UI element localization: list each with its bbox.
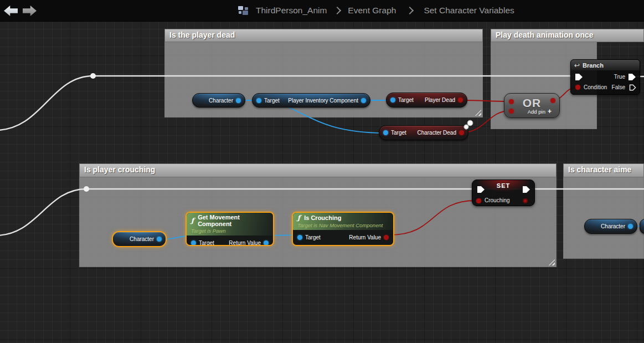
node-or[interactable]: OR Add pin + xyxy=(504,93,560,118)
pin-label-return-value: Return Value xyxy=(349,234,381,240)
output-pin-character[interactable] xyxy=(157,237,162,242)
node-branch[interactable]: ↩ Branch True Condition False xyxy=(570,59,640,95)
input-pin-target[interactable] xyxy=(191,240,196,245)
branch-condition-label: Condition xyxy=(584,84,607,90)
set-crouching-label: Crouching xyxy=(485,197,510,203)
output-pin-character[interactable] xyxy=(236,98,241,103)
node-variable-get-character-dead[interactable]: Target Character Dead xyxy=(379,125,468,140)
variable-label: Character xyxy=(130,236,154,242)
node-variable-get-player-inventory-component[interactable]: Target Player Inventory Component xyxy=(252,93,370,107)
comment-resize-handle[interactable] xyxy=(549,259,555,265)
breadcrumb-item-current[interactable]: Set Character Variables xyxy=(424,6,514,16)
forward-arrow-icon xyxy=(23,6,37,16)
node-variable-get-character-3[interactable]: Character xyxy=(584,219,637,234)
input-pin-target[interactable] xyxy=(297,235,302,240)
or-input-pin-a[interactable] xyxy=(509,99,514,104)
function-header: ƒ Get Movement Component Target is Pawn xyxy=(187,213,273,236)
comment-body-is-character-aiming[interactable] xyxy=(563,177,644,259)
forward-button[interactable] xyxy=(23,6,37,16)
chevron-right-icon xyxy=(333,7,341,14)
variable-label: Player Dead xyxy=(425,97,455,103)
branch-true-pin[interactable] xyxy=(628,74,636,80)
add-pin-label: Add pin xyxy=(528,109,545,115)
node-is-crouching[interactable]: ƒ Is Crouching Target is Nav Movement Co… xyxy=(292,212,394,246)
node-set-crouching[interactable]: SET Crouching xyxy=(472,180,535,206)
input-pin-target[interactable] xyxy=(256,98,261,103)
or-output-pin[interactable] xyxy=(550,98,555,103)
branch-exec-in-pin[interactable] xyxy=(575,74,583,80)
set-crouching-input-pin[interactable] xyxy=(476,198,481,203)
branch-title: Branch xyxy=(583,62,604,69)
reroute-node-top[interactable] xyxy=(90,73,96,79)
breadcrumb: ThirdPerson_Anim Event Graph Set Charact… xyxy=(238,0,514,21)
function-title: Is Crouching xyxy=(304,214,341,221)
branch-header: ↩ Branch xyxy=(571,60,640,70)
pin-label-target: Target xyxy=(391,130,406,136)
blueprint-graph-canvas[interactable]: Is the player dead Play death animation … xyxy=(0,21,644,343)
mouse-cursor-icon xyxy=(463,120,475,131)
set-crouching-output-pin[interactable] xyxy=(523,198,528,203)
pin-label-return-value: Return Value xyxy=(229,240,261,246)
branch-icon: ↩ xyxy=(574,62,580,69)
function-subtitle: Target is Nav Movement Component xyxy=(297,222,389,228)
back-button[interactable] xyxy=(4,6,18,16)
pin-label-target: Target xyxy=(199,240,214,246)
branch-true-label: True xyxy=(614,74,625,80)
comment-header-is-player-dead[interactable]: Is the player dead xyxy=(164,29,483,42)
comment-header-play-death-animation[interactable]: Play death animation once xyxy=(491,29,644,42)
comment-header-is-character-aiming[interactable]: Is character aime xyxy=(563,163,644,177)
output-pin-character[interactable] xyxy=(628,224,633,229)
comment-header-is-player-crouching[interactable]: Is player crouching xyxy=(79,163,557,177)
input-pin-target[interactable] xyxy=(383,130,388,135)
output-pin-return-value[interactable] xyxy=(384,235,389,240)
output-pin-return-value[interactable] xyxy=(264,240,269,245)
input-pin-target[interactable] xyxy=(390,98,395,103)
function-subtitle: Target is Pawn xyxy=(191,228,269,234)
node-variable-get-player-dead[interactable]: Target Player Dead xyxy=(386,93,467,107)
function-icon: ƒ xyxy=(191,217,194,224)
function-title: Get Movement Component xyxy=(198,214,269,227)
branch-false-label: False xyxy=(612,84,625,90)
node-partial-offscreen[interactable] xyxy=(640,219,644,234)
output-pin-inventory[interactable] xyxy=(361,98,366,103)
function-icon: ƒ xyxy=(297,214,300,222)
variable-label: Character xyxy=(601,223,625,229)
or-input-pin-b[interactable] xyxy=(509,109,514,114)
back-arrow-icon xyxy=(4,6,18,16)
variable-label: Character Dead xyxy=(417,130,456,136)
plus-icon: + xyxy=(548,107,552,115)
variable-label: Character xyxy=(209,98,233,104)
pin-label-target: Target xyxy=(264,98,280,104)
output-pin-character-dead[interactable] xyxy=(459,130,464,135)
node-variable-get-character-2[interactable]: Character xyxy=(112,231,167,247)
breadcrumb-item-event-graph[interactable]: Event Graph xyxy=(348,6,396,16)
top-bar: ThirdPerson_Anim Event Graph Set Charact… xyxy=(0,0,644,22)
node-variable-get-character[interactable]: Character xyxy=(192,93,245,107)
function-header: ƒ Is Crouching Target is Nav Movement Co… xyxy=(293,213,393,230)
comment-resize-handle[interactable] xyxy=(475,110,481,116)
variable-label: Player Inventory Component xyxy=(288,98,358,104)
pin-label-target: Target xyxy=(398,97,414,103)
node-get-movement-component[interactable]: ƒ Get Movement Component Target is Pawn … xyxy=(186,212,274,246)
chevron-right-icon xyxy=(406,7,414,14)
add-pin-button[interactable]: Add pin + xyxy=(528,107,552,115)
blueprint-icon xyxy=(238,6,249,16)
output-pin-player-dead[interactable] xyxy=(458,98,463,103)
pin-label-target: Target xyxy=(305,234,321,240)
branch-condition-pin[interactable] xyxy=(575,85,580,90)
breadcrumb-item-blueprint[interactable]: ThirdPerson_Anim xyxy=(256,6,327,16)
branch-false-pin[interactable] xyxy=(629,84,636,91)
